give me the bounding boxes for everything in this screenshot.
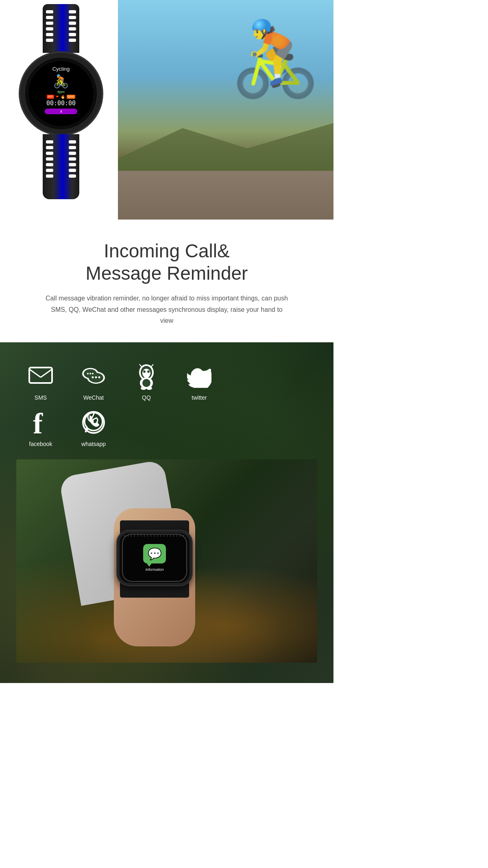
hero-right-panel: 🚴	[118, 0, 333, 220]
information-label: Information	[145, 568, 163, 572]
bubble-tail	[146, 563, 152, 567]
stat-box-2: 0000	[67, 95, 76, 99]
svg-text:f: f	[33, 410, 43, 436]
svg-rect-0	[29, 368, 52, 383]
section-title: Incoming Call& Message Reminder	[33, 240, 301, 285]
time-display: 00:00:00	[46, 100, 76, 107]
heart-icon: ❤	[56, 95, 59, 99]
app-item-qq: QQ	[122, 363, 171, 401]
qq-icon	[132, 363, 161, 391]
svg-point-9	[98, 376, 100, 379]
section-divider	[116, 0, 117, 220]
wrist-screen-content: 💬 Information	[143, 544, 166, 572]
wrist-watch-case: 💬 Information	[117, 531, 192, 585]
apps-grid-row2: f facebook whatsapp	[16, 409, 317, 447]
app-item-sms: SMS	[16, 363, 65, 401]
apps-grid-row1: SMS	[16, 363, 317, 401]
hero-left-panel: Cycling 🚴 8pm 000 ❤ 🔥 0000 00:00:00 ⏸	[0, 0, 122, 220]
facebook-icon: f	[26, 409, 55, 437]
wrist-section: 💬 Information	[16, 459, 317, 663]
pause-icon: ⏸	[59, 110, 63, 113]
svg-line-1	[29, 369, 41, 377]
svg-line-2	[41, 369, 52, 377]
progress-bar: ⏸	[45, 109, 77, 114]
whatsapp-label: whatsapp	[81, 441, 106, 447]
section-description: Call message vibration reminder, no long…	[45, 293, 289, 326]
app-item-facebook: f facebook	[16, 409, 65, 447]
watch-body: Cycling 🚴 8pm 000 ❤ 🔥 0000 00:00:00 ⏸	[20, 53, 102, 134]
sms-icon	[26, 363, 55, 391]
facebook-label: facebook	[29, 441, 52, 447]
watch-screen: Cycling 🚴 8pm 000 ❤ 🔥 0000 00:00:00 ⏸	[28, 61, 94, 126]
wechat-icon	[79, 363, 108, 391]
app-item-whatsapp: whatsapp	[69, 409, 118, 447]
watch-band-bottom	[43, 134, 79, 199]
qq-label: QQ	[142, 394, 151, 401]
watch-band-top	[43, 4, 79, 53]
svg-point-12	[92, 373, 94, 374]
road-bg	[118, 171, 333, 220]
svg-point-11	[89, 373, 91, 374]
hero-section: Cycling 🚴 8pm 000 ❤ 🔥 0000 00:00:00 ⏸	[0, 0, 333, 220]
cyclist-scene: 🚴	[118, 0, 333, 220]
message-bubble: 💬	[143, 544, 166, 563]
svg-point-22	[141, 387, 146, 390]
svg-line-19	[151, 364, 153, 367]
bpm-label: 8pm	[57, 90, 65, 94]
svg-rect-27	[123, 535, 186, 537]
whatsapp-icon	[79, 409, 108, 437]
svg-line-18	[139, 364, 142, 367]
stats-row: 000 ❤ 🔥 0000	[47, 95, 75, 99]
svg-point-10	[87, 373, 89, 374]
twitter-icon	[185, 363, 214, 391]
watch-side-button	[20, 85, 23, 102]
svg-point-8	[95, 376, 97, 379]
svg-point-21	[142, 379, 150, 387]
cyclist-animation: 🚴	[53, 74, 69, 89]
notification-section: SMS	[0, 342, 333, 683]
svg-point-17	[147, 370, 150, 373]
cyclist-figure-large: 🚴	[230, 16, 321, 102]
twitter-label: twitter	[192, 394, 207, 401]
cycling-label: Cycling	[52, 66, 70, 72]
wrist-visual-container: 💬 Information	[81, 468, 252, 655]
stat-box-1: 000	[47, 95, 54, 99]
svg-point-16	[143, 370, 146, 373]
sms-label: SMS	[35, 394, 47, 401]
watch-dial: 💬 Information	[122, 534, 187, 582]
svg-rect-28	[123, 579, 186, 581]
svg-point-7	[92, 376, 94, 379]
message-emoji: 💬	[148, 547, 162, 561]
app-item-wechat: WeChat	[69, 363, 118, 401]
smartwatch-image: Cycling 🚴 8pm 000 ❤ 🔥 0000 00:00:00 ⏸	[4, 4, 118, 215]
app-item-twitter: twitter	[175, 363, 224, 401]
info-section: Incoming Call& Message Reminder Call mes…	[0, 220, 333, 342]
svg-point-23	[146, 387, 152, 390]
wechat-label: WeChat	[83, 394, 104, 401]
svg-point-15	[142, 369, 150, 378]
flame-icon: 🔥	[61, 95, 65, 99]
watch-screen-content: Cycling 🚴 8pm 000 ❤ 🔥 0000 00:00:00 ⏸	[28, 61, 94, 126]
